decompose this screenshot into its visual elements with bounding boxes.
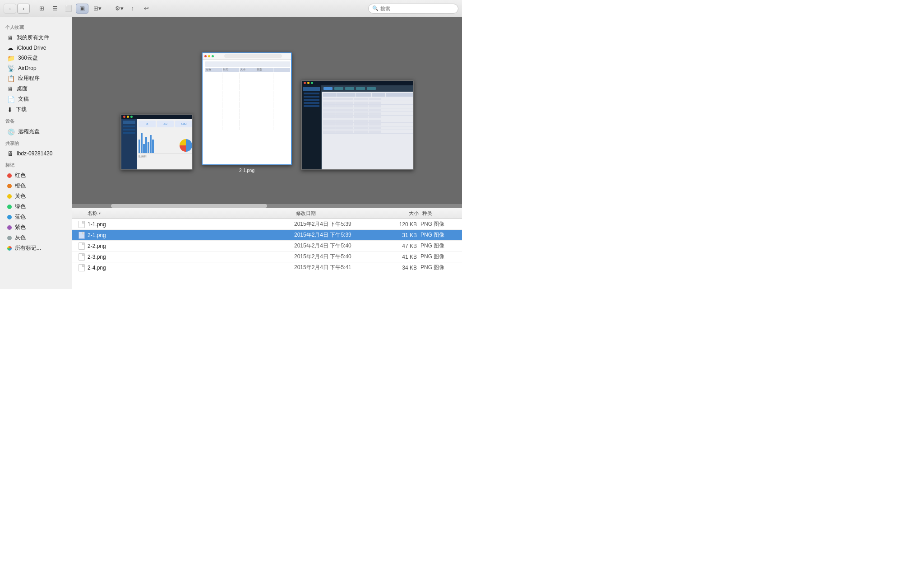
file-size: 34 KB [384,265,420,271]
thumbnail-2-label: 2-1.png [239,168,254,173]
share-button[interactable]: ↑ [126,4,139,14]
thumbnails-container: 26 302 8,152 [102,43,432,182]
docs-icon: 📄 [7,96,15,103]
icloud-icon: ☁ [7,44,14,51]
thumbnail-3-wrapper[interactable] [301,80,414,173]
file-name: 1-1.png [88,221,294,228]
file-date: 2015年2月4日 下午5:41 [294,264,384,271]
sidebar-item-label: 橙色 [15,182,26,190]
blue-dot [7,215,12,219]
section-tags-title: 标记 [0,158,72,170]
sidebar-item-desktop[interactable]: 🖥 桌面 [2,84,70,94]
file-type: PNG 图像 [420,231,457,239]
sidebar-item-label: 远程光盘 [18,128,40,135]
view-cover-button[interactable]: ▣ [76,4,88,14]
sidebar-item-blue[interactable]: 蓝色 [2,212,70,222]
col-date-label: 修改日期 [296,210,316,217]
sidebar-item-label: AirDrop [18,65,37,71]
sidebar-item-all-tags[interactable]: 所有标记... [2,243,70,253]
360-icon: 📁 [7,55,15,62]
view-group-button[interactable]: ⊞▾ [89,4,106,14]
column-header-name[interactable]: 名称 ▾ [86,210,294,217]
table-row[interactable]: 2-3.png 2015年2月4日 下午5:40 41 KB PNG 图像 [72,252,462,262]
nav-buttons: ‹ › [4,4,30,14]
airdrop-icon: 📡 [7,65,15,72]
file-icon [78,232,86,239]
file-type: PNG 图像 [420,253,457,261]
thumbnail-3[interactable] [301,80,414,170]
file-name: 2-2.png [88,243,294,249]
sidebar-item-label: lbdz-09281420 [17,150,52,157]
sidebar-item-label: 360云盘 [18,54,38,62]
lbdz-icon: 🖥 [7,150,14,157]
purple-dot [7,225,12,230]
file-name: 2-4.png [88,265,294,271]
table-row[interactable]: 2-4.png 2015年2月4日 下午5:41 34 KB PNG 图像 [72,262,462,273]
sidebar-item-360[interactable]: 📁 360云盘 [2,53,70,63]
sidebar-item-orange[interactable]: 橙色 [2,181,70,191]
file-list-area: 名称 ▾ 修改日期 大小 种类 [72,208,462,289]
sidebar-item-apps[interactable]: 📋 应用程序 [2,73,70,84]
sidebar-item-purple[interactable]: 紫色 [2,222,70,233]
sidebar-item-docs[interactable]: 📄 文稿 [2,94,70,104]
table-row[interactable]: 1-1.png 2015年2月4日 下午5:39 120 KB PNG 图像 [72,219,462,230]
table-row[interactable]: 2-2.png 2015年2月4日 下午5:40 47 KB PNG 图像 [72,241,462,252]
view-list-button[interactable]: ☰ [49,4,61,14]
action-buttons: ⚙▾ ↑ ↩ [113,4,152,14]
tags-button[interactable]: ↩ [140,4,152,14]
sidebar-item-all-files[interactable]: 🖥 我的所有文件 [2,33,70,43]
sidebar-item-airdrop[interactable]: 📡 AirDrop [2,63,70,73]
file-type: PNG 图像 [420,264,457,271]
column-header-size[interactable]: 大小 [384,210,420,217]
sidebar-item-downloads[interactable]: ⬇ 下载 [2,104,70,115]
search-input[interactable] [380,6,454,11]
png-icon [79,264,85,271]
preview-scrollbar[interactable] [72,204,462,208]
sidebar-item-label: 文稿 [18,95,29,103]
section-personal-title: 个人收藏 [0,21,72,33]
sidebar-item-label: iCloud Drive [17,45,46,51]
file-size: 41 KB [384,254,420,260]
all-files-icon: 🖥 [7,34,14,42]
sidebar-item-remote-disk[interactable]: 💿 远程光盘 [2,126,70,137]
sidebar-item-label: 下载 [16,106,27,113]
sort-arrow: ▾ [99,211,101,215]
content-area: 26 302 8,152 [72,17,462,289]
view-icon-button[interactable]: ⊞ [35,4,48,14]
sidebar-item-label: 我的所有文件 [17,34,49,42]
toolbar: ‹ › ⊞ ☰ ⬜ ▣ ⊞▾ ⚙▾ ↑ ↩ 🔍 [0,0,462,17]
thumbnail-1[interactable]: 26 302 8,152 [120,114,193,170]
thumbnail-1-wrapper[interactable]: 26 302 8,152 [120,114,193,173]
preview-scrollbar-thumb[interactable] [111,204,267,208]
sidebar-item-label: 桌面 [17,85,28,93]
file-size: 47 KB [384,243,420,249]
sidebar-item-yellow[interactable]: 黄色 [2,191,70,201]
file-date: 2015年2月4日 下午5:40 [294,253,384,261]
column-header-type[interactable]: 种类 [420,210,457,217]
file-list-header: 名称 ▾ 修改日期 大小 种类 [72,208,462,219]
table-row[interactable]: 2-1.png 2015年2月4日 下午5:39 31 KB PNG 图像 [72,230,462,241]
file-size: 31 KB [384,232,420,238]
sidebar-item-gray[interactable]: 灰色 [2,233,70,243]
sidebar-item-icloud[interactable]: ☁ iCloud Drive [2,43,70,53]
file-icon [78,264,86,271]
view-column-button[interactable]: ⬜ [62,4,75,14]
sidebar-item-label: 黄色 [15,192,26,200]
sidebar-item-green[interactable]: 绿色 [2,201,70,212]
back-button[interactable]: ‹ [4,4,16,14]
sidebar-item-label: 应用程序 [18,75,40,82]
thumbnail-2[interactable]: 名称 时间 大小 类型 [202,52,292,165]
sidebar-item-label: 所有标记... [15,244,41,252]
sidebar-item-label: 蓝色 [15,213,26,221]
column-header-date[interactable]: 修改日期 [294,210,384,217]
file-list-body: 1-1.png 2015年2月4日 下午5:39 120 KB PNG 图像 2… [72,219,462,289]
forward-button[interactable]: › [17,4,30,14]
orange-dot [7,184,12,188]
sidebar-item-lbdz[interactable]: 🖥 lbdz-09281420 [2,149,70,158]
settings-button[interactable]: ⚙▾ [113,4,125,14]
sidebar-item-red[interactable]: 红色 [2,170,70,181]
thumbnail-2-wrapper[interactable]: 名称 时间 大小 类型 [202,52,292,173]
search-box[interactable]: 🔍 [368,4,458,14]
sidebar-item-label: 灰色 [15,234,26,242]
view-buttons: ⊞ ☰ ⬜ ▣ ⊞▾ [35,4,106,14]
